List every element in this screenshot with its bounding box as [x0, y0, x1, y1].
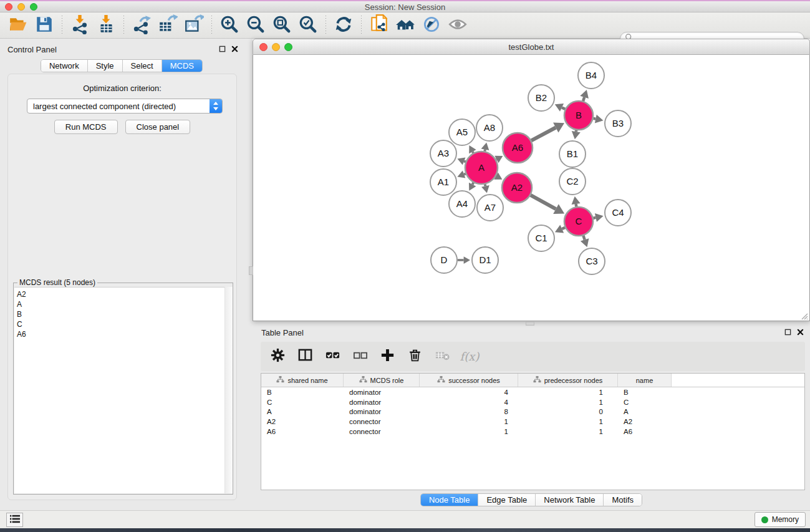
- cell[interactable]: 1: [518, 399, 618, 406]
- cell[interactable]: A: [618, 408, 672, 415]
- export-network-button[interactable]: [128, 14, 155, 37]
- graph-node-C1[interactable]: C1: [528, 225, 554, 251]
- cell[interactable]: connector: [344, 418, 420, 425]
- cell[interactable]: 1: [518, 428, 618, 435]
- graph-edge-A-A3[interactable]: [457, 157, 465, 165]
- graph-node-A7[interactable]: A7: [477, 195, 503, 221]
- cell[interactable]: 1: [420, 418, 518, 425]
- column-header-shared-name[interactable]: shared name: [261, 374, 344, 387]
- mcds-result-item-a2[interactable]: A2: [17, 289, 232, 299]
- graph-node-A3[interactable]: A3: [430, 140, 456, 167]
- table-row-a[interactable]: Adominator80A: [261, 407, 804, 417]
- cell[interactable]: 4: [420, 399, 518, 406]
- delete-column-button[interactable]: [405, 347, 424, 366]
- graph-node-C4[interactable]: C4: [605, 200, 631, 226]
- run-mcds-button[interactable]: Run MCDS: [54, 120, 118, 134]
- cell[interactable]: A2: [618, 418, 672, 425]
- cell[interactable]: 4: [420, 389, 518, 396]
- add-column-button[interactable]: [378, 347, 397, 366]
- graph-node-C2[interactable]: C2: [559, 168, 586, 195]
- graph-node-D1[interactable]: D1: [472, 247, 498, 273]
- cell[interactable]: C: [261, 399, 344, 406]
- task-history-button[interactable]: [6, 513, 23, 527]
- table-settings-button[interactable]: [268, 347, 287, 366]
- graph-node-B2[interactable]: B2: [528, 85, 554, 111]
- cell[interactable]: dominator: [344, 389, 420, 396]
- graph-edge-B-B4[interactable]: [580, 90, 589, 101]
- cell[interactable]: A6: [261, 428, 344, 435]
- graph-node-B[interactable]: B: [564, 101, 593, 130]
- cell[interactable]: 0: [518, 408, 618, 415]
- graph-edge-B-B2[interactable]: [555, 104, 566, 112]
- tab-edge-table[interactable]: Edge Table: [478, 494, 535, 506]
- memory-button[interactable]: Memory: [755, 512, 806, 527]
- tab-style[interactable]: Style: [87, 60, 122, 72]
- tab-network-table[interactable]: Network Table: [535, 494, 603, 506]
- import-table-button[interactable]: [93, 14, 119, 37]
- graph-edge-A-A4[interactable]: [469, 183, 476, 191]
- show-graphics-button[interactable]: [445, 14, 471, 37]
- cell[interactable]: 8: [420, 408, 518, 415]
- cell[interactable]: C: [618, 399, 672, 406]
- tab-select[interactable]: Select: [122, 60, 162, 72]
- mcds-result-item-a[interactable]: A: [17, 299, 232, 309]
- cell[interactable]: B: [261, 389, 344, 396]
- save-session-button[interactable]: [31, 14, 57, 37]
- table-row-c[interactable]: Cdominator41C: [261, 397, 804, 407]
- mcds-result-item-b[interactable]: B: [17, 309, 232, 319]
- cell[interactable]: dominator: [344, 399, 420, 406]
- zoom-selected-button[interactable]: [295, 14, 321, 37]
- graph-edge-C-C2[interactable]: [572, 196, 581, 207]
- column-header-predecessor-nodes[interactable]: predecessor nodes: [518, 374, 618, 387]
- network-canvas[interactable]: B4B2BB3A8A5A6A3B1AA1C2A2A4A7C4CC1C3DD1: [253, 55, 810, 321]
- mcds-result-item-c[interactable]: C: [17, 319, 232, 329]
- graph-node-B1[interactable]: B1: [559, 141, 586, 167]
- cell[interactable]: A: [261, 408, 344, 415]
- graph-edge-A6-B[interactable]: [531, 123, 564, 141]
- result-list-scrollbar[interactable]: [224, 287, 233, 493]
- home-layout-button[interactable]: [392, 14, 418, 37]
- graph-edge-A-A1[interactable]: [457, 170, 465, 178]
- graph-node-A4[interactable]: A4: [449, 191, 475, 217]
- graph-edge-A2-C[interactable]: [531, 195, 564, 214]
- cell[interactable]: 1: [518, 418, 618, 425]
- graph-node-A1[interactable]: A1: [430, 169, 456, 195]
- graph-node-A5[interactable]: A5: [449, 119, 475, 145]
- criterion-dropdown[interactable]: largest connected component (directed): [27, 99, 223, 114]
- graph-node-C3[interactable]: C3: [579, 248, 605, 274]
- mcds-result-item-a6[interactable]: A6: [17, 329, 232, 339]
- graph-node-A2[interactable]: A2: [502, 173, 532, 203]
- table-row-a6[interactable]: A6connector11A6: [261, 427, 804, 437]
- export-table-button[interactable]: [155, 14, 181, 37]
- refresh-button[interactable]: [330, 14, 357, 37]
- column-header-MCDS-role[interactable]: MCDS role: [344, 374, 420, 387]
- graph-edge-C-C4[interactable]: [593, 213, 603, 222]
- graph-node-D[interactable]: D: [431, 247, 457, 273]
- column-header-name[interactable]: name: [618, 374, 672, 387]
- cell[interactable]: A6: [618, 428, 672, 435]
- graph-edge-B-B1[interactable]: [572, 130, 581, 140]
- graph-node-C[interactable]: C: [564, 207, 593, 236]
- zoom-in-button[interactable]: [216, 14, 243, 37]
- float-panel-icon[interactable]: [219, 44, 226, 55]
- export-image-button[interactable]: [181, 14, 207, 37]
- window-resize-grip[interactable]: [800, 311, 808, 319]
- close-panel-button[interactable]: Close panel: [125, 120, 191, 134]
- show-column-button[interactable]: [296, 347, 314, 366]
- graph-edge-A-A7[interactable]: [481, 184, 489, 193]
- open-session-button[interactable]: [5, 14, 31, 37]
- graph-edge-D-D1[interactable]: [458, 256, 470, 264]
- graph-node-B4[interactable]: B4: [578, 62, 604, 89]
- tab-mcds[interactable]: MCDS: [162, 60, 202, 72]
- network-window-titlebar[interactable]: testGlobe.txt: [253, 39, 810, 55]
- function-builder-button[interactable]: f(x): [460, 347, 479, 366]
- vertical-splitter-handle[interactable]: [249, 266, 253, 275]
- clone-network-button[interactable]: [366, 14, 392, 37]
- tab-node-table[interactable]: Node Table: [421, 494, 478, 506]
- select-all-button[interactable]: [323, 347, 342, 366]
- graph-edge-A-A8[interactable]: [481, 143, 489, 152]
- graph-node-A8[interactable]: A8: [476, 115, 503, 141]
- cell[interactable]: A2: [261, 418, 344, 425]
- close-panel-icon[interactable]: [797, 327, 804, 338]
- zoom-out-button[interactable]: [243, 14, 269, 37]
